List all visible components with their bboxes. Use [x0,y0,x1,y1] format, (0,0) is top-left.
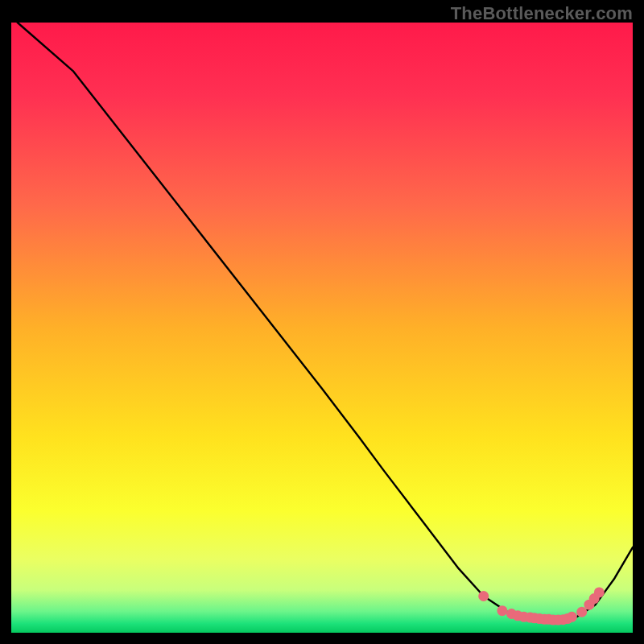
marker-dot [576,607,587,617]
chart-svg [0,0,644,644]
marker-dot [567,612,577,622]
marker-dot [478,591,489,601]
gradient-background [11,23,633,633]
marker-dot [497,605,507,616]
marker-dot [594,587,605,597]
chart-frame: TheBottlenecker.com [0,0,644,644]
